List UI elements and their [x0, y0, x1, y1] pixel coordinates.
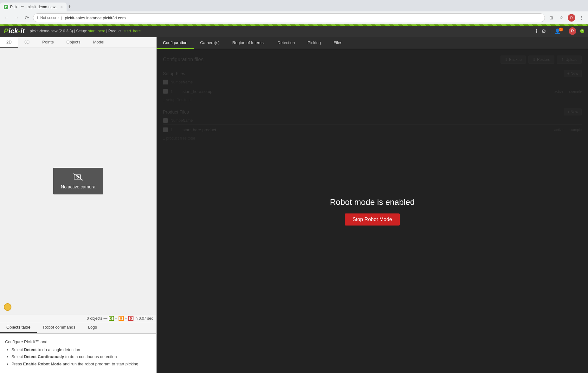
product-link[interactable]: start_here — [124, 29, 141, 33]
objects-bullet-2: Select Detect Continuously to do a conti… — [11, 354, 151, 360]
camera-view: No active camera — [0, 48, 156, 315]
objects-label: objects — [90, 316, 102, 321]
header-actions: ℹ ⚙ | 👤2 R 2 — [536, 27, 584, 35]
object-count-label: 0 — [87, 316, 89, 321]
robot-mode-overlay: Robot mode is enabled Stop Robot Mode — [157, 49, 588, 373]
tab-objects-table[interactable]: Objects table — [0, 322, 37, 333]
left-panel: 2D 3D Points Objects Model No active cam… — [0, 37, 157, 373]
count-orange: 0 — [119, 316, 124, 321]
status-dot — [4, 303, 11, 311]
time-text: in 0.07 sec — [135, 316, 153, 321]
logo-text: Pick-it — [4, 27, 25, 35]
objects-bullet-1: Select Detect to do a single detection — [11, 347, 151, 353]
security-icon: ℹ — [37, 16, 38, 20]
view-tabs: 2D 3D Points Objects Model — [0, 37, 156, 48]
back-button[interactable]: ← — [3, 14, 10, 22]
tab-files[interactable]: Files — [327, 37, 348, 49]
right-panel-inner: Configuration files ⇓ Backup ⇓ Restore ⇑ — [157, 49, 588, 373]
tab-roi[interactable]: Region of Interest — [226, 37, 271, 49]
no-camera-icon — [61, 173, 95, 183]
tab-model[interactable]: Model — [87, 37, 110, 48]
tab-2d[interactable]: 2D — [0, 37, 18, 48]
tab-cameras[interactable]: Camera(s) — [194, 37, 226, 49]
tab-logs[interactable]: Logs — [82, 322, 103, 333]
tab-detection[interactable]: Detection — [271, 37, 301, 49]
header-info: pickit-demo-new (2.0.3-3) | Setup: start… — [30, 29, 141, 33]
objects-content: Configure Pick-it™ and: Select Detect to… — [0, 334, 156, 373]
tab-bar: P Pick-it™ - pickit-demo-new... × + — [0, 0, 588, 11]
tab-points[interactable]: Points — [36, 37, 60, 48]
stop-robot-button[interactable]: Stop Robot Mode — [345, 213, 400, 226]
menu-icon[interactable]: ⋮ — [578, 14, 585, 22]
objects-intro: Configure Pick-it™ and: — [5, 339, 151, 345]
user-avatar[interactable]: R — [569, 27, 576, 35]
setup-link[interactable]: start_here — [88, 29, 105, 33]
profile-icon[interactable]: R — [568, 14, 575, 22]
robot-mode-title: Robot mode is enabled — [330, 197, 415, 207]
count-red: 0 — [128, 316, 133, 321]
info-icon[interactable]: ℹ — [536, 28, 538, 34]
new-tab-button[interactable]: + — [68, 4, 71, 10]
tab-robot-commands[interactable]: Robot commands — [37, 322, 82, 333]
right-panel: Configuration Camera(s) Region of Intere… — [157, 37, 588, 373]
main-container: 2D 3D Points Objects Model No active cam… — [0, 37, 588, 373]
status-indicator — [4, 303, 11, 311]
url-bar[interactable]: ℹ Not secure | pickit-sales.instance.pic… — [33, 13, 545, 22]
not-secure-label: Not secure — [40, 16, 59, 20]
tab-objects[interactable]: Objects — [60, 37, 87, 48]
address-icons: ⊞ ☆ R ⋮ — [547, 14, 585, 22]
tab-picking[interactable]: Picking — [301, 37, 327, 49]
right-tabs: Configuration Camera(s) Region of Intere… — [157, 37, 588, 49]
no-camera-text: No active camera — [61, 184, 95, 189]
forward-button[interactable]: → — [13, 14, 20, 22]
reload-button[interactable]: ⟳ — [23, 14, 30, 22]
app-logo: Pick-it — [4, 27, 25, 35]
active-tab[interactable]: P Pick-it™ - pickit-demo-new... × — [0, 3, 67, 11]
bottom-tabs: Objects table Robot commands Logs — [0, 322, 156, 334]
app-header: Pick-it pickit-demo-new (2.0.3-3) | Setu… — [0, 24, 588, 37]
translate-icon[interactable]: ⊞ — [547, 14, 555, 22]
tab-title: Pick-it™ - pickit-demo-new... — [10, 5, 58, 9]
users-icon[interactable]: 👤2 — [554, 28, 565, 34]
tab-favicon: P — [4, 5, 8, 9]
tab-configuration[interactable]: Configuration — [157, 37, 194, 49]
tab-3d[interactable]: 3D — [18, 37, 36, 48]
objects-list: Select Detect to do a single detection S… — [11, 347, 151, 368]
objects-bullet-3: Press Enable Robot Mode and run the robo… — [11, 361, 151, 368]
address-bar: ← → ⟳ ℹ Not secure | pickit-sales.instan… — [0, 11, 588, 24]
url-text: pickit-sales.instance.pickit3d.com — [65, 16, 541, 20]
no-camera-placeholder: No active camera — [53, 168, 103, 194]
bookmark-icon[interactable]: ☆ — [558, 14, 565, 22]
browser-chrome: P Pick-it™ - pickit-demo-new... × + ← → … — [0, 0, 588, 24]
count-green: 0 — [109, 316, 114, 321]
status-bar: 0 objects — 0 + 0 + 0 in 0.07 sec — [0, 315, 156, 322]
tab-close-button[interactable]: × — [60, 4, 63, 10]
settings-icon[interactable]: ⚙ — [541, 28, 546, 34]
